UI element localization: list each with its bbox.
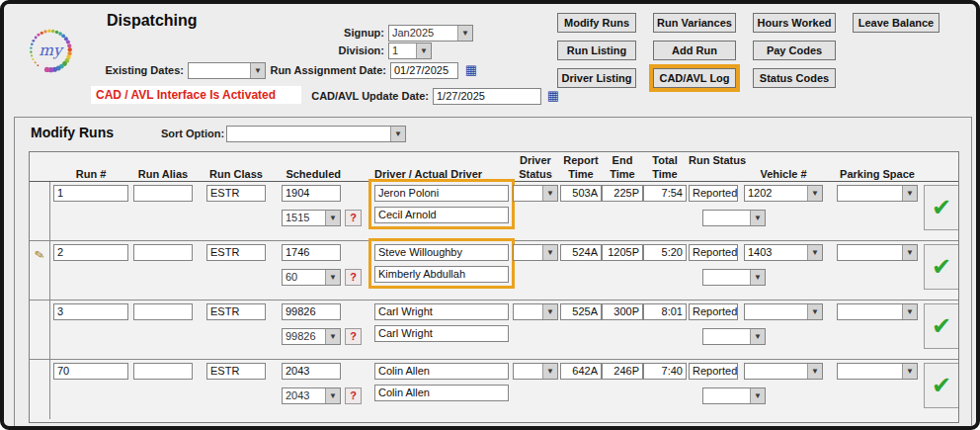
chevron-down-icon[interactable]: ▼ — [902, 245, 917, 260]
driver-status-select[interactable]: ▼ — [513, 363, 558, 380]
chevron-down-icon[interactable]: ▼ — [325, 388, 340, 403]
chevron-down-icon[interactable]: ▼ — [902, 364, 917, 379]
end-time-field[interactable]: 1205P — [602, 244, 643, 261]
chevron-down-icon[interactable]: ▼ — [807, 364, 822, 379]
run-class-field[interactable]: ESTR — [206, 185, 266, 202]
actual-driver-field[interactable]: Carl Wright — [374, 325, 509, 342]
run-class-field[interactable]: ESTR — [206, 244, 266, 261]
confirm-check-button[interactable]: ✔ — [924, 363, 959, 408]
leave-balance-button[interactable]: Leave Balance — [853, 13, 939, 33]
scheduled-select[interactable]: 99826 ▼ — [282, 328, 341, 345]
confirm-check-button[interactable]: ✔ — [924, 244, 959, 290]
run-status-select[interactable]: ▼ — [702, 269, 766, 286]
run-status-field[interactable]: Reported — [689, 244, 738, 261]
driver-field[interactable]: Jeron Poloni — [374, 185, 509, 202]
driver-listing-button[interactable]: Driver Listing — [557, 68, 636, 88]
cad-avl-update-date-field[interactable]: 1/27/2025 — [433, 88, 541, 105]
chevron-down-icon[interactable]: ▼ — [325, 270, 340, 285]
scheduled-select[interactable]: 60 ▼ — [282, 269, 341, 286]
run-number-field[interactable]: 3 — [53, 303, 128, 320]
driver-status-select[interactable]: ▼ — [513, 185, 558, 202]
chevron-down-icon[interactable]: ▼ — [807, 186, 822, 201]
run-status-field[interactable]: Reported — [689, 363, 738, 380]
run-status-select[interactable]: ▼ — [702, 210, 766, 226]
chevron-down-icon[interactable]: ▼ — [902, 304, 917, 319]
calendar-icon[interactable]: ▦ — [546, 88, 560, 104]
division-select[interactable]: 1 ▼ — [388, 43, 432, 59]
chevron-down-icon[interactable]: ▼ — [750, 270, 765, 285]
hours-worked-button[interactable]: Hours Worked — [753, 13, 836, 33]
chevron-down-icon[interactable]: ▼ — [542, 364, 557, 379]
scheduled-field[interactable]: 1746 — [282, 244, 341, 261]
vehicle-select[interactable]: ▼ — [744, 363, 823, 380]
help-button[interactable]: ? — [345, 328, 362, 345]
parking-space-select[interactable]: ▼ — [837, 244, 918, 261]
chevron-down-icon[interactable]: ▼ — [390, 127, 405, 141]
signup-select[interactable]: Jan2025 ▼ — [388, 25, 473, 42]
total-time-field[interactable]: 8:01 — [643, 303, 687, 320]
end-time-field[interactable]: 246P — [602, 363, 643, 380]
parking-space-select[interactable]: ▼ — [837, 185, 918, 202]
driver-status-select[interactable]: ▼ — [513, 303, 558, 320]
chevron-down-icon[interactable]: ▼ — [542, 304, 557, 319]
total-time-field[interactable]: 5:20 — [643, 244, 687, 261]
pay-codes-button[interactable]: Pay Codes — [753, 41, 836, 60]
total-time-field[interactable]: 7:40 — [643, 363, 687, 380]
chevron-down-icon[interactable]: ▼ — [325, 329, 340, 344]
chevron-down-icon[interactable]: ▼ — [750, 211, 765, 225]
parking-space-select[interactable]: ▼ — [837, 303, 918, 320]
chevron-down-icon[interactable]: ▼ — [250, 63, 265, 78]
cad-avl-log-button[interactable]: CAD/AVL Log — [653, 68, 736, 88]
chevron-down-icon[interactable]: ▼ — [325, 211, 340, 225]
scheduled-select[interactable]: 1515 ▼ — [282, 210, 341, 226]
run-alias-field[interactable] — [133, 363, 193, 380]
scheduled-field[interactable]: 1904 — [282, 185, 341, 202]
run-number-field[interactable]: 2 — [53, 244, 128, 261]
run-listing-button[interactable]: Run Listing — [557, 41, 636, 60]
help-button[interactable]: ? — [345, 269, 362, 286]
report-time-field[interactable]: 642A — [560, 363, 602, 380]
chevron-down-icon[interactable]: ▼ — [807, 245, 822, 260]
chevron-down-icon[interactable]: ▼ — [750, 329, 765, 344]
chevron-down-icon[interactable]: ▼ — [457, 26, 472, 41]
run-assignment-date-field[interactable]: 01/27/2025 — [390, 62, 458, 79]
scheduled-field[interactable]: 2043 — [282, 363, 341, 380]
driver-field[interactable]: Steve Willoughby — [374, 244, 509, 261]
vehicle-select[interactable]: 1202 ▼ — [744, 185, 823, 202]
end-time-field[interactable]: 300P — [602, 303, 643, 320]
vehicle-select[interactable]: 1403 ▼ — [744, 244, 823, 261]
run-alias-field[interactable] — [133, 244, 193, 261]
chevron-down-icon[interactable]: ▼ — [416, 43, 431, 58]
driver-field[interactable]: Carl Wright — [374, 303, 509, 320]
actual-driver-field[interactable]: Cecil Arnold — [374, 207, 509, 223]
calendar-icon[interactable]: ▦ — [464, 62, 478, 78]
run-class-field[interactable]: ESTR — [206, 303, 266, 320]
help-button[interactable]: ? — [345, 387, 362, 404]
status-codes-button[interactable]: Status Codes — [753, 68, 836, 88]
chevron-down-icon[interactable]: ▼ — [542, 245, 557, 260]
chevron-down-icon[interactable]: ▼ — [902, 186, 917, 201]
run-number-field[interactable]: 70 — [53, 363, 128, 380]
run-number-field[interactable]: 1 — [53, 185, 128, 202]
run-alias-field[interactable] — [133, 303, 193, 320]
run-status-field[interactable]: Reported — [689, 185, 738, 202]
report-time-field[interactable]: 503A — [560, 185, 602, 202]
vehicle-select[interactable]: ▼ — [744, 303, 823, 320]
actual-driver-field[interactable]: Colin Allen — [374, 385, 509, 401]
scheduled-field[interactable]: 99826 — [282, 303, 341, 320]
run-status-select[interactable]: ▼ — [702, 328, 766, 345]
run-variances-button[interactable]: Run Variances — [653, 13, 736, 33]
run-status-select[interactable]: ▼ — [702, 387, 766, 404]
confirm-check-button[interactable]: ✔ — [924, 185, 959, 230]
parking-space-select[interactable]: ▼ — [837, 363, 918, 380]
report-time-field[interactable]: 525A — [560, 303, 602, 320]
sort-option-select[interactable]: ▼ — [226, 126, 406, 142]
chevron-down-icon[interactable]: ▼ — [542, 186, 557, 201]
existing-dates-select[interactable]: ▼ — [188, 62, 266, 79]
end-time-field[interactable]: 225P — [602, 185, 643, 202]
driver-status-select[interactable]: ▼ — [513, 244, 558, 261]
total-time-field[interactable]: 7:54 — [643, 185, 687, 202]
modify-runs-button[interactable]: Modify Runs — [557, 13, 636, 33]
actual-driver-field[interactable]: Kimberly Abdullah — [374, 266, 509, 283]
run-class-field[interactable]: ESTR — [206, 363, 266, 380]
